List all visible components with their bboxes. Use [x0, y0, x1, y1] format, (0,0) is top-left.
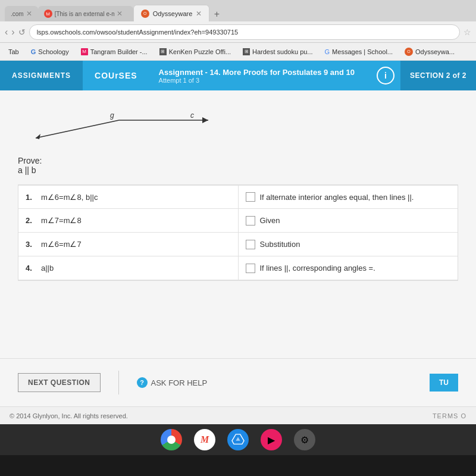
proof-statement-3: 3. m∠6=m∠7	[18, 233, 239, 256]
bookmark-odysseyware-label: Odysseywa...	[415, 48, 455, 55]
prove-section: Prove: a || b	[18, 156, 458, 175]
geometry-diagram: g c	[18, 102, 208, 150]
bookmark-kenken-label: KenKen Puzzle Offi...	[169, 48, 231, 55]
tab-gmail-label: [This is an external e-mail.] Allys...	[55, 11, 114, 17]
new-tab-button[interactable]: +	[209, 7, 224, 21]
proof-reason-text-2: Given	[260, 216, 280, 225]
bookmark-tab[interactable]: Tab	[4, 47, 24, 57]
tab-com-close[interactable]: ✕	[26, 10, 32, 18]
proof-statement-text-1: m∠6=m∠8, b||c	[41, 193, 98, 202]
proof-reason-2: Given	[239, 209, 458, 232]
tab-odysseyware-label: Odysseyware	[153, 10, 193, 17]
bookmark-sudoku-label: Hardest sudoku pu...	[252, 48, 313, 55]
bookmark-tab-label: Tab	[8, 48, 19, 55]
proof-reason-4: If lines ||, corresponding angles =.	[239, 256, 458, 280]
tab-odysseyware[interactable]: O Odysseyware ✕	[133, 5, 210, 21]
ody-favico: O	[141, 10, 149, 18]
taskbar: M ▶ ⚙	[0, 424, 476, 455]
bottom-bar: NEXT QUESTION ? ASK FOR HELP TU	[0, 358, 476, 406]
reload-button[interactable]: ↺	[18, 27, 26, 37]
sudoku-icon: ⊞	[243, 48, 250, 55]
bookmarks-bar: Tab G Schoology M Tangram Builder -... ⊞…	[0, 43, 476, 61]
tab-bar: .com ✕ M [This is an external e-mail.] A…	[0, 0, 476, 21]
browser-chrome: .com ✕ M [This is an external e-mail.] A…	[0, 0, 476, 61]
footer: © 2014 Glynlyon, Inc. All rights reserve…	[0, 406, 476, 424]
next-question-button[interactable]: NEXT QUESTION	[18, 373, 101, 392]
top-nav: ASSIGNMENTS COUrSES Assignment - 14. Mor…	[0, 61, 476, 90]
bookmark-sudoku[interactable]: ⊞ Hardest sudoku pu...	[238, 47, 318, 57]
prove-label: Prove:	[18, 156, 458, 165]
proof-statement-4: 4. a||b	[18, 256, 239, 280]
proof-reason-text-3: Substitution	[260, 240, 300, 249]
proof-row-4: 4. a||b If lines ||, corresponding angle…	[18, 256, 458, 280]
proof-row-3: 3. m∠6=m∠7 Substitution	[18, 233, 458, 256]
svg-text:g: g	[110, 111, 114, 120]
schoology-icon: G	[31, 48, 36, 55]
proof-checkbox-1[interactable]	[246, 192, 255, 202]
main-content: g c Prove: a || b 1. m∠6=m∠8, b||c	[0, 90, 476, 358]
proof-statement-text-2: m∠7=m∠8	[41, 216, 82, 225]
diagram-area: g c	[18, 102, 458, 150]
gmail-favico: M	[44, 10, 52, 18]
proof-checkbox-3[interactable]	[246, 240, 255, 249]
back-button[interactable]: ‹	[5, 27, 8, 37]
tab-com[interactable]: .com ✕	[5, 6, 38, 21]
assignment-title-area: Assignment - 14. More Proofs for Postula…	[149, 68, 377, 84]
proof-row-1: 1. m∠6=m∠8, b||c If alternate interior a…	[18, 185, 458, 209]
odysseyware-bm-icon: O	[405, 48, 413, 56]
bookmark-odysseyware[interactable]: O Odysseywa...	[400, 46, 459, 57]
proof-statement-text-3: m∠6=m∠7	[41, 240, 82, 249]
messages-icon: G	[325, 48, 330, 55]
address-bar[interactable]: lsps.owschools.com/owsoo/studentAssignme…	[29, 24, 460, 40]
forward-button[interactable]: ›	[11, 27, 14, 37]
kenken-icon: ⊞	[159, 48, 167, 55]
copyright-text: © 2014 Glynlyon, Inc. All rights reserve…	[10, 412, 128, 419]
proof-row-2: 2. m∠7=m∠8 Given	[18, 209, 458, 233]
proof-reason-3: Substitution	[239, 233, 458, 256]
bookmark-messages[interactable]: G Messages | School...	[320, 47, 397, 57]
tangram-icon: M	[81, 48, 88, 55]
proof-number-1: 1.	[26, 193, 36, 202]
bookmark-star[interactable]: ☆	[464, 27, 471, 37]
proof-reason-text-4: If lines ||, corresponding angles =.	[260, 264, 375, 273]
proof-checkbox-4[interactable]	[246, 264, 255, 273]
courses-nav-button[interactable]: COUrSES	[83, 61, 149, 90]
proof-statement-1: 1. m∠6=m∠8, b||c	[18, 186, 239, 208]
ask-for-help-button[interactable]: ? ASK FOR HELP	[137, 377, 208, 388]
tab-gmail[interactable]: M [This is an external e-mail.] Allys...…	[38, 6, 133, 21]
assignments-nav-button[interactable]: ASSIGNMENTS	[0, 61, 83, 90]
attempt-label: Attempt 1 of 3	[159, 77, 367, 84]
tab-gmail-close[interactable]: ✕	[117, 10, 123, 18]
section-label: SECTION 2 of 2	[400, 61, 476, 90]
settings-taskbar-icon[interactable]: ⚙	[294, 429, 315, 450]
tab-odysseyware-close[interactable]: ✕	[196, 10, 202, 18]
terms-text: TERMS O	[433, 412, 466, 419]
help-icon: ?	[137, 377, 148, 388]
drive-taskbar-icon[interactable]	[227, 429, 249, 450]
bookmark-tangram[interactable]: M Tangram Builder -...	[76, 47, 152, 57]
turn-in-button[interactable]: TU	[430, 374, 458, 392]
svg-text:c: c	[190, 111, 194, 120]
proof-number-3: 3.	[26, 240, 36, 249]
proof-number-4: 4.	[26, 264, 36, 273]
assignment-title: Assignment - 14. More Proofs for Postula…	[159, 68, 367, 77]
proof-number-2: 2.	[26, 216, 36, 225]
proof-checkbox-2[interactable]	[246, 216, 255, 226]
info-button[interactable]: i	[377, 67, 394, 84]
address-bar-row: ‹ › ↺ lsps.owschools.com/owsoo/studentAs…	[0, 21, 476, 43]
bookmark-kenken[interactable]: ⊞ KenKen Puzzle Offi...	[155, 47, 236, 57]
ask-help-label: ASK FOR HELP	[151, 378, 208, 387]
chrome-taskbar-icon[interactable]	[161, 429, 182, 450]
play-taskbar-icon[interactable]: ▶	[261, 429, 282, 450]
svg-line-0	[36, 120, 119, 138]
proof-statement-2: 2. m∠7=m∠8	[18, 209, 239, 232]
bookmark-messages-label: Messages | School...	[332, 48, 393, 55]
bookmark-tangram-label: Tangram Builder -...	[90, 48, 148, 55]
address-text: lsps.owschools.com/owsoo/studentAssignme…	[37, 29, 238, 36]
bookmark-schoology[interactable]: G Schoology	[26, 47, 74, 57]
proof-table: 1. m∠6=m∠8, b||c If alternate interior a…	[18, 184, 458, 281]
bookmark-schoology-label: Schoology	[38, 48, 68, 55]
prove-equation: a || b	[18, 165, 458, 175]
gmail-taskbar-icon[interactable]: M	[194, 429, 215, 450]
tab-com-label: .com	[11, 11, 24, 17]
